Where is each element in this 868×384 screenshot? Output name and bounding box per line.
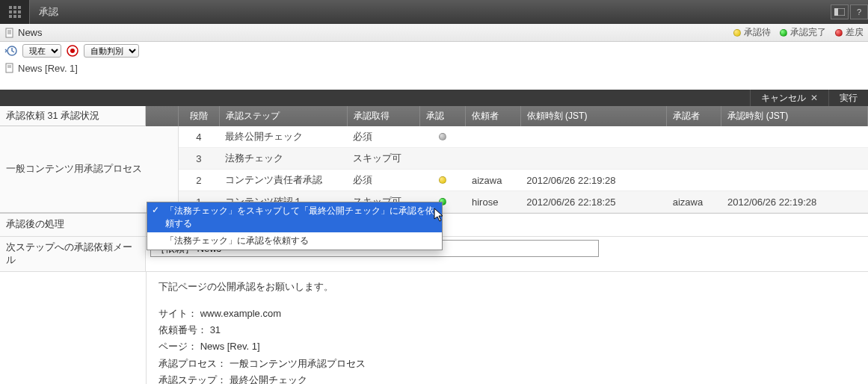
svg-rect-18: [6, 64, 13, 72]
cell-reqtime: [520, 148, 666, 170]
svg-rect-8: [18, 15, 21, 18]
svg-rect-1: [13, 6, 16, 9]
cell-get: 必須: [347, 126, 420, 148]
cell-status-dot: [420, 126, 466, 148]
layout-toggle-icon[interactable]: [831, 4, 849, 19]
cell-apprtime: [721, 148, 868, 170]
page-icon: [4, 63, 15, 73]
status-dot-icon: [439, 133, 446, 140]
th-apprtime: 承認時刻 (JST): [721, 106, 868, 126]
th-reqtime: 依頼時刻 (JST): [520, 106, 666, 126]
main-content: 承認プロセス 段階 承認ステップ 承認取得 承認 依頼者 依頼時刻 (JST) …: [0, 106, 868, 213]
cell-stage: 4: [178, 126, 219, 148]
cell-requester: [466, 148, 520, 170]
cell-status-dot: [420, 170, 466, 191]
cell-get: スキップ可: [347, 148, 420, 170]
svg-rect-5: [18, 10, 21, 13]
dropdown-option-request[interactable]: 「法務チェック」に承認を依頼する: [147, 232, 442, 250]
mode-select[interactable]: 自動判別: [84, 44, 139, 58]
help-icon[interactable]: ?: [850, 4, 868, 19]
cell-apprtime: 2012/06/26 22:19:28: [721, 191, 868, 213]
page-icon: [4, 28, 15, 38]
svg-rect-7: [13, 15, 16, 18]
th-step: 承認ステップ: [219, 106, 347, 126]
th-approver: 承認者: [667, 106, 721, 126]
secondary-bar: News 承認待 承認完了 差戻: [0, 24, 868, 42]
cell-stage: 3: [178, 148, 219, 170]
cell-step: 最終公開チェック: [219, 126, 347, 148]
cell-reqtime: 2012/06/26 22:18:25: [520, 191, 666, 213]
history-icon[interactable]: [4, 44, 18, 58]
close-icon: ✕: [810, 93, 818, 103]
cell-status-dot: [420, 148, 466, 170]
svg-rect-6: [9, 15, 12, 18]
svg-point-17: [70, 49, 75, 53]
body-intro: 下記ページの公開承認をお願いします。: [158, 279, 856, 294]
cell-get: 必須: [347, 170, 420, 191]
mail-body[interactable]: 下記ページの公開承認をお願いします。 サイト： www.example.com …: [146, 272, 868, 384]
check-icon: ✓: [152, 205, 159, 215]
cell-reqtime: 2012/06/26 22:19:28: [520, 170, 666, 191]
mail-label: 次ステップへの承認依頼メール: [0, 237, 146, 271]
cell-requester: aizawa: [466, 170, 520, 191]
cell-approver: [667, 148, 721, 170]
process-name-cell: 一般コンテンツ用承認プロセス: [0, 126, 178, 213]
app-icon: [0, 0, 30, 24]
cell-approver: [667, 170, 721, 191]
cell-apprtime: [721, 170, 868, 191]
page-name-label: News: [18, 27, 43, 38]
table-row: 一般コンテンツ用承認プロセス4最終公開チェック必須: [0, 126, 868, 148]
title-bar: 承認 ?: [0, 0, 868, 24]
action-bar: キャンセル✕ 実行: [0, 90, 868, 106]
record-icon[interactable]: [66, 44, 79, 58]
svg-rect-4: [13, 10, 16, 13]
th-stage: 段階: [178, 106, 219, 126]
svg-rect-3: [9, 10, 12, 13]
legend-wait: 承認待: [733, 26, 771, 39]
cell-step: 法務チェック: [219, 148, 347, 170]
th-ok: 承認: [420, 106, 466, 126]
revision-label: News [Rev. 1]: [18, 63, 78, 74]
legend-done: 承認完了: [780, 26, 826, 39]
svg-rect-0: [9, 6, 12, 9]
svg-rect-2: [18, 6, 21, 9]
controls-bar: 現在 自動判別: [0, 42, 868, 60]
svg-rect-11: [6, 28, 13, 37]
execute-button[interactable]: 実行: [828, 90, 868, 106]
cancel-button[interactable]: キャンセル✕: [750, 90, 828, 106]
svg-rect-10: [834, 8, 838, 16]
cell-step: コンテンツ責任者承認: [219, 170, 347, 191]
cell-apprtime: [721, 126, 868, 148]
window-title: 承認: [30, 5, 644, 19]
cell-approver: [667, 126, 721, 148]
th-get: 承認取得: [347, 106, 420, 126]
revision-bar: News [Rev. 1]: [0, 60, 868, 76]
th-requester: 依頼者: [466, 106, 520, 126]
status-section-label: 承認依頼 31 承認状況: [0, 106, 146, 126]
dropdown-option-skip[interactable]: ✓ 「法務チェック」をスキップして「最終公開チェック」に承認を依頼する: [147, 202, 442, 232]
status-dot-icon: [439, 176, 446, 184]
legend-reject: 差戻: [835, 26, 864, 39]
cell-stage: 2: [178, 170, 219, 191]
cell-requester: hirose: [466, 191, 520, 213]
time-select[interactable]: 現在: [22, 44, 61, 58]
cell-requester: [466, 126, 520, 148]
after-action-dropdown-menu: ✓ 「法務チェック」をスキップして「最終公開チェック」に承認を依頼する 「法務チ…: [147, 202, 443, 250]
after-action-label: 承認後の処理: [0, 214, 146, 236]
cell-reqtime: [520, 126, 666, 148]
cell-approver: aizawa: [667, 191, 721, 213]
